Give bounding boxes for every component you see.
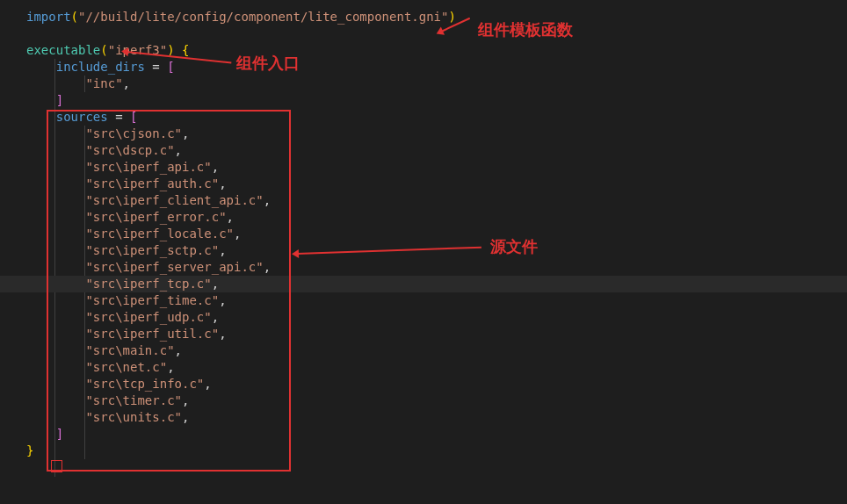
source-file: "src\iperf_udp.c"	[85, 310, 211, 324]
source-file: "src\tcp_info.c"	[85, 377, 204, 391]
code-line[interactable]: "src\timer.c",	[0, 392, 847, 409]
code-line[interactable]: "src\iperf_error.c",	[0, 209, 847, 226]
code-line[interactable]: "inc",	[0, 76, 847, 92]
source-file: "src\iperf_util.c"	[85, 327, 219, 341]
source-file: "src\iperf_auth.c"	[85, 176, 219, 191]
code-line[interactable]: ]	[0, 426, 847, 443]
code-line[interactable]: "src\main.c",	[0, 342, 847, 359]
code-line[interactable]: "src\net.c",	[0, 359, 847, 376]
source-file: "src\iperf_tcp.c"	[85, 277, 211, 291]
source-file: "src\iperf_error.c"	[85, 210, 226, 224]
code-line-active[interactable]: "src\iperf_tcp.c",	[0, 276, 847, 292]
code-line[interactable]: "src\dscp.c",	[0, 142, 847, 159]
source-file: "src\iperf_locale.c"	[85, 227, 234, 241]
source-file: "src\iperf_sctp.c"	[85, 243, 219, 257]
code-line[interactable]: import("//build/lite/config/component/li…	[0, 9, 847, 25]
source-file: "src\iperf_time.c"	[85, 293, 219, 307]
source-file: "src\cjson.c"	[85, 126, 182, 140]
code-line[interactable]: "src\iperf_auth.c",	[0, 176, 847, 192]
code-line[interactable]: "src\iperf_util.c",	[0, 326, 847, 342]
sources-keyword: sources	[56, 110, 108, 124]
code-line[interactable]	[0, 459, 847, 476]
include-dirs-value: "inc"	[85, 76, 122, 90]
code-line[interactable]: "src\iperf_sctp.c",	[0, 242, 847, 259]
code-line[interactable]: }	[0, 443, 847, 459]
code-line[interactable]: "src\units.c",	[0, 409, 847, 426]
code-line[interactable]: "src\tcp_info.c",	[0, 376, 847, 392]
code-line[interactable]: include_dirs = [	[0, 59, 847, 76]
source-file: "src\dscp.c"	[85, 143, 174, 157]
source-file: "src\iperf_server_api.c"	[85, 260, 263, 274]
code-line[interactable]: executable("iperf3") {	[0, 42, 847, 59]
source-file: "src\timer.c"	[85, 393, 182, 407]
code-line[interactable]: "src\iperf_api.c",	[0, 159, 847, 176]
code-line[interactable]: ]	[0, 92, 847, 109]
source-file: "src\main.c"	[85, 343, 174, 357]
executable-keyword: executable	[26, 43, 100, 57]
source-file: "src\iperf_api.c"	[85, 160, 211, 174]
code-line[interactable]: "src\iperf_server_api.c",	[0, 259, 847, 276]
code-editor[interactable]: import("//build/lite/config/component/li…	[0, 0, 847, 476]
source-file: "src\net.c"	[85, 360, 167, 374]
source-file: "src\iperf_client_api.c"	[85, 193, 263, 207]
code-line[interactable]	[0, 25, 847, 42]
executable-arg: "iperf3"	[108, 43, 167, 57]
code-line[interactable]: sources = [	[0, 109, 847, 126]
code-line[interactable]: "src\iperf_udp.c",	[0, 309, 847, 326]
import-path: "//build/lite/config/component/lite_comp…	[78, 10, 448, 24]
import-keyword: import	[26, 10, 71, 24]
code-line[interactable]: "src\iperf_time.c",	[0, 292, 847, 309]
code-line[interactable]: "src\iperf_locale.c",	[0, 226, 847, 242]
source-file: "src\units.c"	[85, 410, 182, 424]
include-dirs-keyword: include_dirs	[56, 60, 145, 74]
code-line[interactable]: "src\iperf_client_api.c",	[0, 192, 847, 209]
code-line[interactable]: "src\cjson.c",	[0, 126, 847, 142]
